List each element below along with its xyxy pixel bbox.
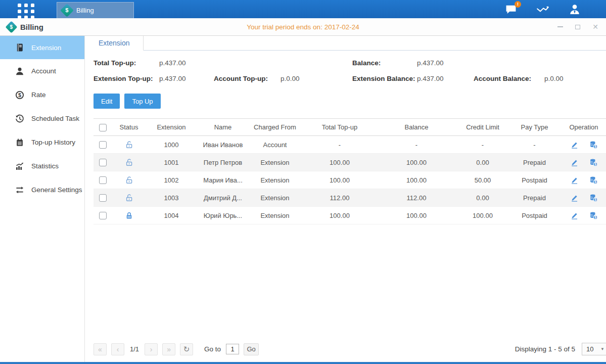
prev-page-button[interactable]: ‹	[111, 343, 124, 355]
topbar-tab-billing[interactable]: $ Billing	[57, 2, 134, 18]
edit-icon[interactable]	[570, 176, 579, 185]
column-header-credit-limit: Credit Limit	[455, 119, 510, 136]
sidebar-item-extension[interactable]: Extension	[0, 36, 84, 59]
cell-name: Иван Иванов	[197, 136, 249, 154]
select-all-checkbox[interactable]	[99, 124, 107, 131]
row-checkbox[interactable]	[99, 176, 107, 184]
cell-balance: 100.00	[378, 207, 455, 224]
sidebar-item-label: Account	[31, 67, 56, 75]
account-topup-value: p.0.00	[281, 75, 352, 82]
minimize-icon[interactable]	[556, 23, 564, 30]
cell-charged-from: Extension	[249, 154, 301, 171]
top-up-icon[interactable]: $	[589, 176, 598, 185]
last-page-button[interactable]: »	[162, 343, 175, 355]
sliders-icon	[15, 186, 24, 195]
cell-pay-type: -	[510, 136, 558, 154]
refresh-icon[interactable]: ↻	[180, 343, 193, 355]
displaying-text: Displaying 1 - 5 of 5	[515, 345, 575, 353]
sidebar-item-label: Extension	[31, 44, 61, 52]
cell-extension: 1004	[146, 207, 197, 224]
top-up-icon[interactable]: $	[589, 141, 598, 149]
sidebar-item-label: General Settings	[31, 186, 82, 194]
next-page-button[interactable]: ›	[145, 343, 158, 355]
row-checkbox[interactable]	[99, 141, 107, 149]
cell-pay-type: Postpaid	[510, 171, 558, 189]
cell-balance: 100.00	[378, 171, 455, 189]
cell-credit-limit: -	[455, 136, 510, 154]
app-grid-icon[interactable]	[18, 4, 36, 15]
row-checkbox[interactable]	[99, 159, 107, 166]
cell-charged-from: Account	[249, 136, 301, 154]
first-page-button[interactable]: «	[94, 343, 107, 355]
reports-icon[interactable]	[536, 3, 550, 15]
row-checkbox[interactable]	[99, 194, 107, 202]
maximize-icon[interactable]	[574, 23, 581, 30]
extension-topup-label: Extension Top-up:	[94, 75, 159, 82]
unlock-icon	[125, 140, 133, 148]
cell-extension: 1002	[146, 171, 197, 189]
tab-label: Extension	[99, 39, 129, 47]
top-up-icon[interactable]: $	[589, 194, 598, 202]
sidebar-item-account[interactable]: Account	[0, 59, 84, 83]
trial-notice: Your trial period ends on: 2017-02-24	[0, 23, 606, 31]
top-up-button[interactable]: Top Up	[124, 94, 160, 109]
cell-name: Петр Петров	[197, 154, 249, 171]
sidebar-item-rate[interactable]: $Rate	[0, 83, 84, 107]
edit-icon[interactable]	[570, 158, 579, 167]
cell-credit-limit: 100.00	[455, 207, 510, 224]
svg-text:$: $	[594, 162, 596, 166]
cell-charged-from: Extension	[249, 171, 301, 189]
close-icon[interactable]: ✕	[592, 23, 599, 30]
svg-text:$: $	[594, 215, 596, 219]
tab-extension[interactable]: Extension	[85, 36, 144, 51]
top-up-icon[interactable]: $	[589, 158, 598, 167]
sidebar-item-label: Rate	[31, 91, 46, 99]
history-icon	[15, 114, 24, 123]
goto-page-input[interactable]	[226, 344, 239, 354]
sidebar-item-top-up-history[interactable]: Top-up History	[0, 130, 84, 154]
main-content: Extension Total Top-up: p.437.00 Extensi…	[85, 36, 606, 362]
sidebar-item-general-settings[interactable]: General Settings	[0, 178, 84, 202]
extension-topup-value: p.437.00	[159, 75, 214, 82]
sidebar-item-scheduled-task[interactable]: Scheduled Task	[0, 107, 84, 130]
stats-icon	[15, 162, 24, 171]
extension-balance-value: p.437.00	[417, 75, 474, 82]
column-header-pay-type: Pay Type	[510, 119, 558, 136]
cell-total-topup: 100.00	[301, 207, 378, 224]
cell-balance: 112.00	[378, 189, 455, 207]
edit-icon[interactable]	[570, 211, 579, 220]
edit-icon[interactable]	[570, 141, 579, 149]
page-size-select[interactable]: 10 ▼	[582, 343, 606, 355]
sidebar-item-statistics[interactable]: Statistics	[0, 154, 84, 178]
edit-icon[interactable]	[570, 194, 579, 202]
table-row: 1002Мария Ива...Extension100.00100.0050.…	[94, 171, 606, 189]
table-header-row: StatusExtensionNameCharged FromTotal Top…	[94, 119, 606, 136]
pagination-bar: « ‹ 1/1 › » ↻ Go to Go Displaying 1 - 5 …	[85, 343, 606, 362]
window-title: $ Billing	[7, 23, 43, 31]
messages-icon[interactable]: !	[504, 3, 518, 15]
table-row: 1001Петр ПетровExtension100.00100.000.00…	[94, 154, 606, 171]
cell-total-topup: 100.00	[301, 154, 378, 171]
topbar-tab-label: Billing	[76, 7, 94, 14]
titlebar: $ Billing Your trial period ends on: 201…	[0, 18, 606, 36]
edit-button[interactable]: Edit	[94, 94, 120, 109]
svg-text:$: $	[594, 145, 596, 149]
sidebar-item-label: Statistics	[31, 162, 59, 170]
header-checkbox-cell	[94, 119, 112, 136]
cell-balance: 100.00	[378, 154, 455, 171]
notification-badge: !	[515, 1, 521, 8]
total-topup-value: p.437.00	[159, 59, 214, 67]
row-checkbox[interactable]	[99, 212, 107, 219]
user-icon[interactable]	[568, 3, 582, 15]
total-topup-label: Total Top-up:	[94, 59, 159, 67]
cell-extension: 1003	[146, 189, 197, 207]
balance-summary: Total Top-up: p.437.00 Extension Top-up:…	[85, 51, 606, 82]
page-size-value: 10	[586, 345, 593, 353]
go-button[interactable]: Go	[244, 343, 259, 355]
cell-extension: 1000	[146, 136, 197, 154]
balance-label: Balance:	[352, 59, 417, 67]
cell-credit-limit: 0.00	[455, 154, 510, 171]
top-up-icon[interactable]: $	[589, 211, 598, 220]
book-icon	[15, 43, 24, 52]
page-indicator: 1/1	[130, 345, 139, 353]
